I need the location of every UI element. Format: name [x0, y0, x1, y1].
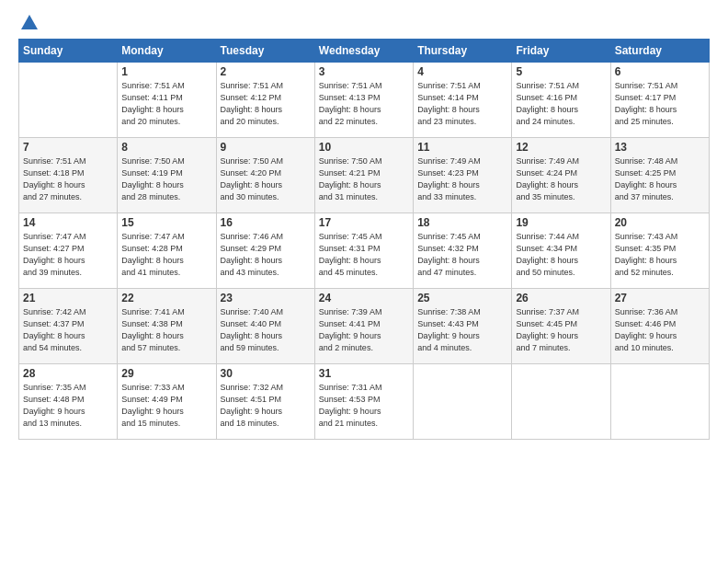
logo — [18, 15, 38, 29]
day-number: 10 — [319, 141, 409, 154]
calendar-header-row: SundayMondayTuesdayWednesdayThursdayFrid… — [19, 40, 710, 63]
calendar-cell: 28Sunrise: 7:35 AM Sunset: 4:48 PM Dayli… — [19, 364, 118, 440]
day-number: 29 — [121, 367, 211, 380]
calendar-cell: 12Sunrise: 7:49 AM Sunset: 4:24 PM Dayli… — [512, 138, 610, 213]
calendar-cell: 13Sunrise: 7:48 AM Sunset: 4:25 PM Dayli… — [610, 138, 709, 213]
day-info: Sunrise: 7:35 AM Sunset: 4:48 PM Dayligh… — [23, 382, 113, 430]
day-info: Sunrise: 7:44 AM Sunset: 4:34 PM Dayligh… — [516, 231, 606, 279]
day-number: 17 — [319, 216, 409, 229]
day-info: Sunrise: 7:31 AM Sunset: 4:53 PM Dayligh… — [319, 382, 409, 430]
day-header-wednesday: Wednesday — [314, 40, 413, 63]
day-number: 6 — [615, 65, 705, 78]
day-info: Sunrise: 7:40 AM Sunset: 4:40 PM Dayligh… — [221, 306, 311, 354]
day-number: 30 — [221, 367, 311, 380]
calendar-cell: 22Sunrise: 7:41 AM Sunset: 4:38 PM Dayli… — [118, 289, 216, 364]
day-info: Sunrise: 7:36 AM Sunset: 4:46 PM Dayligh… — [615, 306, 705, 354]
day-info: Sunrise: 7:51 AM Sunset: 4:11 PM Dayligh… — [121, 80, 211, 128]
day-number: 13 — [615, 141, 705, 154]
calendar-cell: 2Sunrise: 7:51 AM Sunset: 4:12 PM Daylig… — [216, 63, 314, 138]
day-header-monday: Monday — [118, 40, 216, 63]
day-number: 26 — [516, 292, 606, 304]
day-number: 5 — [516, 65, 606, 78]
day-number: 16 — [221, 216, 311, 229]
day-info: Sunrise: 7:51 AM Sunset: 4:14 PM Dayligh… — [417, 80, 507, 128]
calendar-cell — [512, 364, 610, 440]
calendar-week-2: 14Sunrise: 7:47 AM Sunset: 4:27 PM Dayli… — [19, 213, 710, 289]
day-info: Sunrise: 7:47 AM Sunset: 4:28 PM Dayligh… — [121, 231, 211, 279]
day-info: Sunrise: 7:39 AM Sunset: 4:41 PM Dayligh… — [319, 306, 409, 354]
calendar-cell: 17Sunrise: 7:45 AM Sunset: 4:31 PM Dayli… — [314, 213, 413, 289]
day-number: 7 — [23, 141, 113, 154]
day-info: Sunrise: 7:49 AM Sunset: 4:24 PM Dayligh… — [516, 155, 606, 203]
day-info: Sunrise: 7:47 AM Sunset: 4:27 PM Dayligh… — [23, 231, 113, 279]
calendar-cell: 15Sunrise: 7:47 AM Sunset: 4:28 PM Dayli… — [118, 213, 216, 289]
day-number: 18 — [417, 216, 507, 229]
day-number: 2 — [221, 65, 311, 78]
calendar-cell — [610, 364, 709, 440]
calendar-week-1: 7Sunrise: 7:51 AM Sunset: 4:18 PM Daylig… — [19, 138, 710, 213]
day-info: Sunrise: 7:51 AM Sunset: 4:13 PM Dayligh… — [319, 80, 409, 128]
day-info: Sunrise: 7:48 AM Sunset: 4:25 PM Dayligh… — [615, 155, 705, 203]
svg-marker-0 — [21, 15, 38, 29]
day-number: 12 — [516, 141, 606, 154]
calendar-week-3: 21Sunrise: 7:42 AM Sunset: 4:37 PM Dayli… — [19, 289, 710, 364]
day-info: Sunrise: 7:51 AM Sunset: 4:16 PM Dayligh… — [516, 80, 606, 128]
day-number: 1 — [121, 65, 211, 78]
day-number: 28 — [23, 367, 113, 380]
day-header-thursday: Thursday — [414, 40, 512, 63]
day-number: 11 — [417, 141, 507, 154]
day-info: Sunrise: 7:49 AM Sunset: 4:23 PM Dayligh… — [417, 155, 507, 203]
calendar-cell: 27Sunrise: 7:36 AM Sunset: 4:46 PM Dayli… — [610, 289, 709, 364]
day-info: Sunrise: 7:51 AM Sunset: 4:17 PM Dayligh… — [615, 80, 705, 128]
day-info: Sunrise: 7:50 AM Sunset: 4:20 PM Dayligh… — [221, 155, 311, 203]
calendar-cell: 18Sunrise: 7:45 AM Sunset: 4:32 PM Dayli… — [414, 213, 512, 289]
day-number: 3 — [319, 65, 409, 78]
day-info: Sunrise: 7:45 AM Sunset: 4:32 PM Dayligh… — [417, 231, 507, 279]
day-info: Sunrise: 7:51 AM Sunset: 4:18 PM Dayligh… — [23, 155, 113, 203]
day-header-saturday: Saturday — [610, 40, 709, 63]
day-number: 25 — [417, 292, 507, 304]
day-number: 22 — [121, 292, 211, 304]
logo-triangle-icon — [21, 13, 38, 29]
day-header-tuesday: Tuesday — [216, 40, 314, 63]
day-number: 27 — [615, 292, 705, 304]
calendar-cell: 10Sunrise: 7:50 AM Sunset: 4:21 PM Dayli… — [314, 138, 413, 213]
day-info: Sunrise: 7:46 AM Sunset: 4:29 PM Dayligh… — [221, 231, 311, 279]
calendar-cell: 25Sunrise: 7:38 AM Sunset: 4:43 PM Dayli… — [414, 289, 512, 364]
calendar-cell: 5Sunrise: 7:51 AM Sunset: 4:16 PM Daylig… — [512, 63, 610, 138]
day-info: Sunrise: 7:50 AM Sunset: 4:21 PM Dayligh… — [319, 155, 409, 203]
day-number: 31 — [319, 367, 409, 380]
calendar-cell: 31Sunrise: 7:31 AM Sunset: 4:53 PM Dayli… — [314, 364, 413, 440]
day-number: 24 — [319, 292, 409, 304]
day-number: 14 — [23, 216, 113, 229]
calendar-cell: 6Sunrise: 7:51 AM Sunset: 4:17 PM Daylig… — [610, 63, 709, 138]
calendar-cell: 21Sunrise: 7:42 AM Sunset: 4:37 PM Dayli… — [19, 289, 118, 364]
day-number: 21 — [23, 292, 113, 304]
calendar-cell: 9Sunrise: 7:50 AM Sunset: 4:20 PM Daylig… — [216, 138, 314, 213]
day-info: Sunrise: 7:38 AM Sunset: 4:43 PM Dayligh… — [417, 306, 507, 354]
calendar-week-4: 28Sunrise: 7:35 AM Sunset: 4:48 PM Dayli… — [19, 364, 710, 440]
day-info: Sunrise: 7:33 AM Sunset: 4:49 PM Dayligh… — [121, 382, 211, 430]
calendar-cell: 24Sunrise: 7:39 AM Sunset: 4:41 PM Dayli… — [314, 289, 413, 364]
calendar-cell: 16Sunrise: 7:46 AM Sunset: 4:29 PM Dayli… — [216, 213, 314, 289]
calendar-table: SundayMondayTuesdayWednesdayThursdayFrid… — [18, 39, 710, 440]
calendar-cell: 7Sunrise: 7:51 AM Sunset: 4:18 PM Daylig… — [19, 138, 118, 213]
calendar-cell: 11Sunrise: 7:49 AM Sunset: 4:23 PM Dayli… — [414, 138, 512, 213]
day-info: Sunrise: 7:41 AM Sunset: 4:38 PM Dayligh… — [121, 306, 211, 354]
calendar-cell: 26Sunrise: 7:37 AM Sunset: 4:45 PM Dayli… — [512, 289, 610, 364]
calendar-cell: 19Sunrise: 7:44 AM Sunset: 4:34 PM Dayli… — [512, 213, 610, 289]
day-number: 8 — [121, 141, 211, 154]
day-header-sunday: Sunday — [19, 40, 118, 63]
calendar-cell: 23Sunrise: 7:40 AM Sunset: 4:40 PM Dayli… — [216, 289, 314, 364]
calendar-cell: 8Sunrise: 7:50 AM Sunset: 4:19 PM Daylig… — [118, 138, 216, 213]
day-number: 4 — [417, 65, 507, 78]
day-info: Sunrise: 7:37 AM Sunset: 4:45 PM Dayligh… — [516, 306, 606, 354]
day-info: Sunrise: 7:50 AM Sunset: 4:19 PM Dayligh… — [121, 155, 211, 203]
day-info: Sunrise: 7:42 AM Sunset: 4:37 PM Dayligh… — [23, 306, 113, 354]
day-info: Sunrise: 7:45 AM Sunset: 4:31 PM Dayligh… — [319, 231, 409, 279]
day-info: Sunrise: 7:32 AM Sunset: 4:51 PM Dayligh… — [221, 382, 311, 430]
calendar-cell: 29Sunrise: 7:33 AM Sunset: 4:49 PM Dayli… — [118, 364, 216, 440]
day-info: Sunrise: 7:51 AM Sunset: 4:12 PM Dayligh… — [221, 80, 311, 128]
day-header-friday: Friday — [512, 40, 610, 63]
day-number: 20 — [615, 216, 705, 229]
